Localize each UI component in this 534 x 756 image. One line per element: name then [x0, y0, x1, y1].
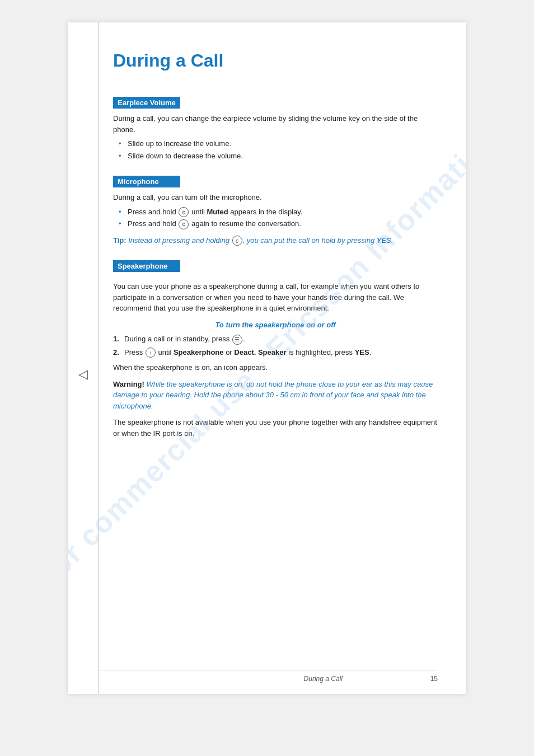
speakerphone-after: When the speakerphone is on, an icon app…: [113, 362, 438, 373]
footer-left-text: During a Call: [304, 675, 343, 683]
microphone-content: During a call, you can turn off the micr…: [113, 192, 438, 246]
step-item: 1. During a call or in standby, press ☰.: [113, 334, 438, 345]
bullet-item: Slide up to increase the volume.: [119, 138, 438, 149]
bullet-item: Press and hold c again to resume the con…: [119, 218, 438, 229]
warning-box: Warning! While the speakerphone is on, d…: [113, 379, 438, 412]
speaker-icon: ◁: [78, 365, 88, 383]
nav-icon: ↑: [146, 348, 156, 358]
page-footer: During a Call 15: [99, 670, 438, 683]
earpiece-volume-header: Earpiece Volume: [113, 97, 180, 109]
tip-box: Tip: Instead of pressing and holding c, …: [113, 235, 438, 246]
c-icon-tip: c: [232, 236, 242, 246]
microphone-bullets: Press and hold c until Muted appears in …: [119, 206, 438, 229]
bullet-item: Press and hold c until Muted appears in …: [119, 206, 438, 218]
page-title: During a Call: [113, 50, 438, 71]
c-icon: c: [179, 207, 189, 217]
speakerphone-subheading: To turn the speakerphone on or off: [113, 320, 438, 331]
footer-page-number: 15: [430, 675, 438, 683]
speakerphone-content: You can use your phone as a speakerphone…: [113, 281, 438, 439]
microphone-header: Microphone: [113, 176, 180, 187]
earpiece-volume-bullets: Slide up to increase the volume. Slide d…: [119, 138, 438, 161]
page: Not for commercial use - Ericsson Inform…: [68, 22, 466, 694]
menu-icon: ☰: [232, 335, 242, 345]
speakerphone-footer-note: The speakerphone is not available when y…: [113, 417, 438, 439]
left-bar: [68, 22, 99, 694]
speakerphone-header: Speakerphone: [113, 260, 180, 272]
earpiece-volume-intro: During a call, you can change the earpie…: [113, 113, 438, 161]
step-item: 2. Press ↑ until Speakerphone or Deact. …: [113, 347, 438, 358]
c-icon-2: c: [179, 219, 189, 229]
speakerphone-steps: 1. During a call or in standby, press ☰.…: [113, 334, 438, 358]
bullet-item: Slide down to decrease the volume.: [119, 151, 438, 162]
